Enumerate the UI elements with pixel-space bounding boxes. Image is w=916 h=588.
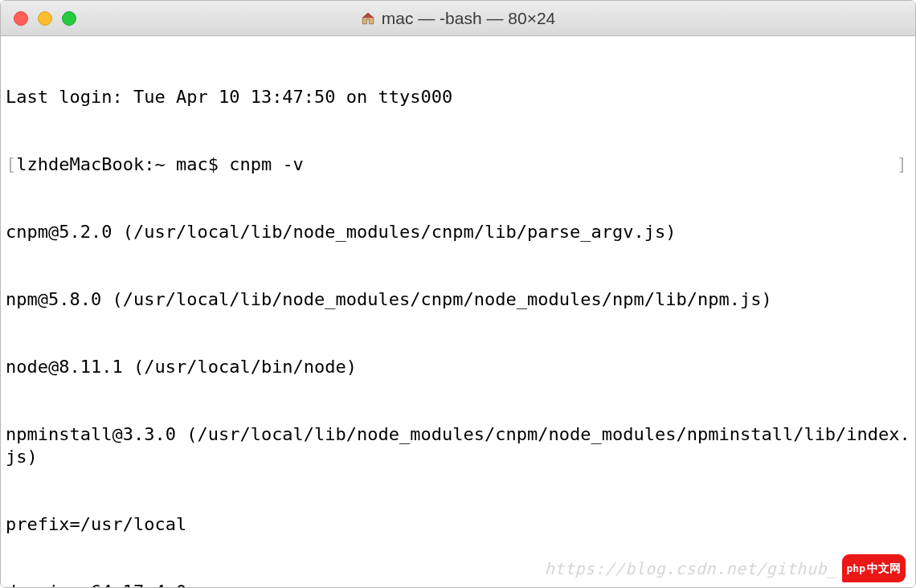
- maximize-button[interactable]: [62, 11, 76, 26]
- terminal-window: mac — -bash — 80×24 Last login: Tue Apr …: [0, 0, 916, 588]
- terminal-line: prefix=/usr/local: [6, 513, 910, 536]
- php-badge-icon: php中文网: [842, 554, 906, 582]
- watermark-text: https://blog.csdn.net/github_: [545, 557, 837, 580]
- terminal-line: Last login: Tue Apr 10 13:47:50 on ttys0…: [6, 86, 910, 108]
- badge-main: php: [847, 557, 865, 580]
- home-icon: [361, 11, 375, 26]
- terminal-line: [lzhdeMacBook:~ mac$ cnpm -v]: [6, 153, 910, 176]
- close-button[interactable]: [14, 11, 28, 26]
- terminal-line: cnpm@5.2.0 (/usr/local/lib/node_modules/…: [6, 221, 910, 243]
- badge-cn: 中文网: [867, 557, 901, 579]
- right-bracket: ]: [897, 153, 910, 176]
- terminal-line: node@8.11.1 (/usr/local/bin/node): [6, 356, 910, 378]
- titlebar[interactable]: mac — -bash — 80×24: [1, 1, 915, 36]
- terminal-line: npm@5.8.0 (/usr/local/lib/node_modules/c…: [6, 288, 910, 311]
- window-title-area: mac — -bash — 80×24: [1, 9, 915, 28]
- traffic-lights: [1, 11, 76, 26]
- prompt-with-command: lzhdeMacBook:~ mac$ cnpm -v: [16, 153, 304, 176]
- terminal-body[interactable]: Last login: Tue Apr 10 13:47:50 on ttys0…: [1, 36, 915, 587]
- terminal-line: npminstall@3.3.0 (/usr/local/lib/node_mo…: [6, 423, 910, 468]
- window-title: mac — -bash — 80×24: [382, 9, 556, 28]
- terminal-line: darwin x64 17.4.0: [6, 581, 910, 587]
- minimize-button[interactable]: [38, 11, 52, 26]
- left-bracket: [: [6, 153, 16, 176]
- watermark: https://blog.csdn.net/github_ php中文网: [545, 554, 906, 582]
